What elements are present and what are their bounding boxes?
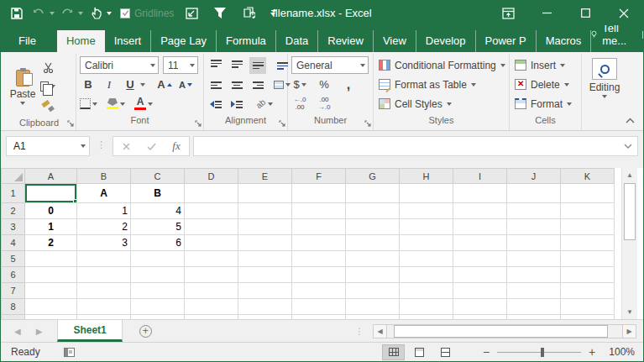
tab-review[interactable]: Review — [318, 30, 374, 52]
cell-F7[interactable] — [292, 283, 346, 299]
format-dropdown-icon[interactable] — [567, 102, 572, 106]
minimize-icon[interactable] — [527, 1, 566, 25]
fill-color-button[interactable] — [107, 96, 125, 113]
borders-dropdown-icon[interactable] — [92, 102, 97, 106]
cell-E8[interactable] — [238, 299, 292, 315]
select-all-corner[interactable] — [2, 169, 25, 184]
cell-E5[interactable] — [238, 251, 292, 267]
cell-F5[interactable] — [292, 251, 346, 267]
cell-A8[interactable] — [25, 299, 77, 315]
column-header-E[interactable]: E — [238, 169, 292, 184]
tab-formula[interactable]: Formula — [217, 30, 276, 52]
cell-I5[interactable] — [453, 251, 507, 267]
cell-E3[interactable] — [238, 219, 292, 235]
conditional-formatting-dropdown-icon[interactable] — [500, 64, 505, 67]
cell-G8[interactable] — [346, 299, 400, 315]
enter-icon[interactable] — [139, 137, 164, 155]
redo-icon[interactable] — [58, 4, 76, 23]
cell-J4[interactable] — [507, 235, 561, 251]
cell-A6[interactable] — [25, 267, 77, 283]
increase-indent-button[interactable] — [228, 96, 245, 113]
cell-A4[interactable]: 2 — [25, 235, 77, 251]
window-resize-icon[interactable] — [182, 4, 201, 23]
close-icon[interactable] — [605, 1, 643, 25]
cell-K2[interactable] — [561, 203, 615, 219]
column-header-K[interactable]: K — [561, 169, 615, 184]
font-dialog-launcher-icon[interactable] — [195, 120, 202, 128]
font-size-select[interactable]: 11 — [163, 56, 198, 74]
sheet-nav-right-icon[interactable]: ▶ — [36, 327, 43, 336]
delete-dropdown-icon[interactable] — [564, 83, 569, 87]
undo-icon[interactable] — [29, 4, 48, 23]
cell-G3[interactable] — [346, 219, 400, 235]
cell-G6[interactable] — [346, 267, 400, 283]
cell-D4[interactable] — [185, 235, 238, 251]
sheet-tab-sheet1[interactable]: Sheet1 — [57, 320, 122, 342]
zoom-slider-thumb[interactable] — [541, 348, 544, 357]
column-header-B[interactable]: B — [77, 169, 131, 184]
zoom-in-icon[interactable]: + — [588, 345, 596, 359]
cell-J1[interactable] — [507, 184, 561, 203]
new-sheet-button[interactable]: + — [123, 320, 169, 342]
cell-K4[interactable] — [561, 235, 615, 251]
underline-dropdown-icon[interactable] — [140, 83, 145, 87]
cell-F3[interactable] — [292, 219, 346, 235]
cell-G1[interactable] — [346, 184, 400, 203]
bold-button[interactable]: B — [80, 76, 97, 93]
cell-B6[interactable] — [77, 267, 131, 283]
horizontal-scroll-thumb[interactable] — [394, 325, 608, 338]
column-header-J[interactable]: J — [507, 169, 561, 184]
cell-B4[interactable]: 3 — [77, 235, 131, 251]
cell-D2[interactable] — [185, 203, 238, 219]
cell-A1[interactable] — [25, 184, 77, 203]
insert-dropdown-icon[interactable] — [560, 64, 565, 67]
column-header-A[interactable]: A — [25, 169, 77, 184]
cell-I7[interactable] — [453, 283, 507, 299]
cell-G5[interactable] — [346, 251, 400, 267]
align-right-button[interactable] — [249, 76, 266, 93]
paste-dropdown-icon[interactable] — [20, 102, 25, 105]
cell-C3[interactable]: 5 — [131, 219, 185, 235]
formula-bar-splitter[interactable]: ⋮ — [90, 136, 113, 150]
tab-power-p[interactable]: Power P — [476, 30, 537, 52]
font-color-dropdown-icon[interactable] — [148, 102, 153, 106]
scroll-down-icon[interactable]: ▼ — [622, 305, 637, 319]
cell-C7[interactable] — [131, 283, 185, 299]
font-family-select[interactable]: Calibri — [80, 56, 159, 74]
vertical-scrollbar[interactable]: ▲ ▼ — [621, 168, 637, 319]
editing-dropdown-icon[interactable] — [602, 95, 607, 98]
fill-color-dropdown-icon[interactable] — [120, 102, 125, 106]
tab-develop[interactable]: Develop — [416, 30, 476, 52]
sheet-nav-left-icon[interactable]: ◀ — [14, 327, 21, 336]
cell-H5[interactable] — [400, 251, 453, 267]
cell-J6[interactable] — [507, 267, 561, 283]
column-header-I[interactable]: I — [453, 169, 507, 184]
zoom-slider[interactable] — [497, 352, 581, 353]
cell-B7[interactable] — [77, 283, 131, 299]
cell-styles-button[interactable]: Cell Styles — [379, 94, 505, 113]
accounting-format-button[interactable]: $ — [291, 76, 308, 93]
align-center-button[interactable] — [228, 76, 245, 93]
scroll-up-icon[interactable]: ▲ — [622, 168, 637, 182]
accounting-dropdown-icon[interactable] — [301, 83, 306, 87]
cell-I4[interactable] — [453, 235, 507, 251]
cell-H6[interactable] — [400, 267, 453, 283]
undo-dropdown-icon[interactable] — [50, 12, 55, 15]
tab-home[interactable]: Home — [57, 30, 105, 52]
row-header-1[interactable]: 1 — [2, 184, 25, 203]
cell-A3[interactable]: 1 — [25, 219, 77, 235]
cell-H7[interactable] — [400, 283, 453, 299]
cell-C6[interactable] — [131, 267, 185, 283]
macro-record-icon[interactable] — [64, 348, 75, 357]
cell-F8[interactable] — [292, 299, 346, 315]
row-header-7[interactable]: 7 — [2, 283, 25, 299]
cell-G7[interactable] — [346, 283, 400, 299]
cell-B1[interactable]: A — [77, 184, 131, 203]
conditional-formatting-button[interactable]: Conditional Formatting — [379, 55, 505, 75]
tab-insert[interactable]: Insert — [105, 30, 152, 52]
italic-button[interactable]: I — [101, 76, 118, 93]
scroll-left-icon[interactable]: ◀ — [373, 324, 387, 338]
cell-F1[interactable] — [292, 184, 346, 203]
editing-button[interactable]: Editing — [585, 55, 624, 98]
column-header-G[interactable]: G — [346, 169, 400, 184]
